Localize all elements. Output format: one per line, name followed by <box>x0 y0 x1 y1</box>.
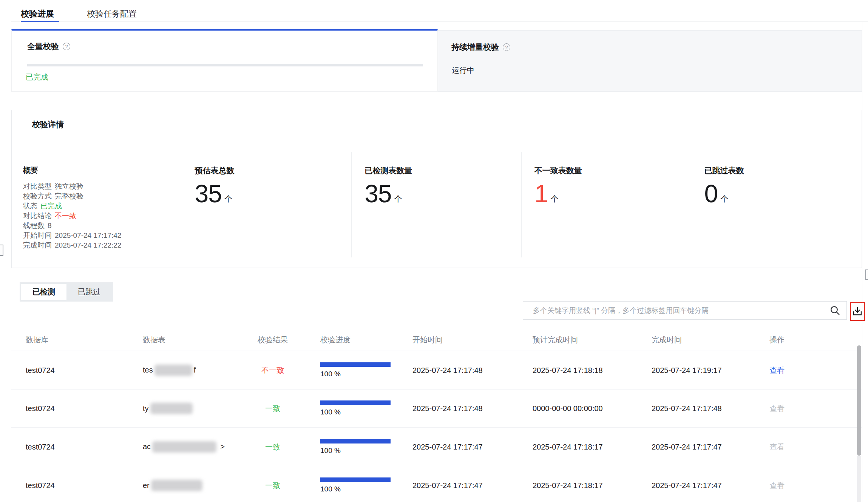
start-time: 2025-07-24 17:17:47 <box>412 442 483 451</box>
eta-time: 2025-07-24 17:18:17 <box>533 481 603 490</box>
col-header-actions: 操作 <box>769 335 785 345</box>
check-detail-card: 校验详情 概要 对比类型独立校验 校验方式完整校验 状态已完成 对比结论不一致 … <box>11 110 862 268</box>
detail-divider <box>29 145 853 145</box>
start-time: 2025-07-24 17:17:47 <box>412 481 483 490</box>
result-filter-segmented: 已检测 已跳过 <box>20 282 113 302</box>
view-link[interactable]: 查看 <box>769 480 785 491</box>
eta-time: 2025-07-24 17:18:17 <box>533 442 603 451</box>
stat-unit: 个 <box>224 194 232 206</box>
table-header-row: 数据库 数据表 校验结果 校验进度 开始时间 预计完成时间 完成时间 操作 <box>11 327 862 351</box>
summary-line: 对比类型独立校验 <box>23 182 182 191</box>
result-badge: 一致 <box>246 403 299 414</box>
full-check-progress-bar <box>27 64 423 66</box>
progress-bar <box>320 439 391 443</box>
result-badge: 一致 <box>246 442 299 452</box>
summary-line: 校验方式完整校验 <box>23 191 182 201</box>
full-check-title: 全量校验 <box>27 41 59 52</box>
download-icon <box>852 306 863 317</box>
content-right-border <box>862 22 862 502</box>
table-row: test0724 ty 一致 100 % 2025-07-24 17:17:48… <box>11 390 862 428</box>
stat-estimated-tables: 预估表总数 35个 <box>182 152 352 257</box>
stat-value: 1 <box>534 181 548 206</box>
redacted-table-name <box>150 403 193 414</box>
view-link[interactable]: 查看 <box>769 365 785 375</box>
eta-time: 2025-07-24 17:18:18 <box>533 366 603 374</box>
summary-line: 完成时间2025-07-24 17:22:22 <box>23 240 182 250</box>
table-name: ty <box>143 403 194 414</box>
active-tab-underline <box>21 21 59 22</box>
stat-checked-tables: 已检测表数量 35个 <box>351 152 521 257</box>
stat-value: 35 <box>364 181 391 206</box>
download-button[interactable] <box>850 302 865 321</box>
progress-bar <box>320 362 391 367</box>
search-icon[interactable] <box>829 305 841 316</box>
search-box <box>523 301 847 320</box>
col-header-eta: 预计完成时间 <box>533 335 578 345</box>
stat-inconsistent-tables: 不一致表数量 1个 <box>521 152 691 257</box>
scrollbar-thumb[interactable] <box>857 345 861 456</box>
table-name: er <box>143 480 204 491</box>
help-icon[interactable]: ? <box>503 43 510 51</box>
col-header-start-time: 开始时间 <box>412 335 443 345</box>
table-name: tes f <box>143 365 196 376</box>
finish-time: 2025-07-24 17:19:17 <box>652 366 722 374</box>
summary-line: 开始时间2025-07-24 17:17:42 <box>23 231 182 240</box>
col-header-database: 数据库 <box>26 335 48 345</box>
db-name: test0724 <box>26 366 55 374</box>
result-badge: 不一致 <box>246 365 299 375</box>
redacted-table-name <box>152 441 216 453</box>
view-link[interactable]: 查看 <box>769 403 785 414</box>
finish-time: 2025-07-24 17:17:47 <box>652 481 722 490</box>
progress-cell: 100 % <box>320 439 391 455</box>
redacted-table-name <box>154 365 192 376</box>
full-check-card: 全量校验 ? 已完成 <box>11 29 438 92</box>
incremental-check-title: 持续增量校验 <box>451 42 499 52</box>
check-detail-title: 校验详情 <box>32 119 64 130</box>
help-icon[interactable]: ? <box>63 43 70 50</box>
redacted-table-name <box>151 480 202 491</box>
expand-chevron-icon[interactable]: > <box>220 442 225 451</box>
tab-check-task-config[interactable]: 校验任务配置 <box>87 8 137 20</box>
table-row: test0724 tes f 不一致 100 % 2025-07-24 17:1… <box>11 351 862 390</box>
progress-cell: 100 % <box>320 400 391 416</box>
stat-value: 35 <box>195 181 222 206</box>
start-time: 2025-07-24 17:17:48 <box>412 404 483 413</box>
stat-unit: 个 <box>720 194 728 206</box>
summary-line: 状态已完成 <box>23 201 182 211</box>
col-header-finish-time: 完成时间 <box>652 335 682 345</box>
progress-cell: 100 % <box>320 362 391 378</box>
eta-time: 0000-00-00 00:00:00 <box>533 404 603 413</box>
progress-cell: 100 % <box>320 477 391 493</box>
results-table: 数据库 数据表 校验结果 校验进度 开始时间 预计完成时间 完成时间 操作 te… <box>11 327 862 502</box>
summary-title: 概要 <box>23 165 182 176</box>
db-name: test0724 <box>26 481 55 490</box>
finish-time: 2025-07-24 17:17:48 <box>652 404 722 413</box>
table-row: test0724 er 一致 100 % 2025-07-24 17:17:47… <box>11 466 862 502</box>
incremental-check-status: 运行中 <box>452 65 474 75</box>
table-row: test0724 ac > 一致 100 % 2025-07-24 17:17:… <box>11 428 862 466</box>
db-name: test0724 <box>26 404 55 413</box>
progress-bar <box>320 400 391 405</box>
stat-unit: 个 <box>394 194 402 206</box>
view-link[interactable]: 查看 <box>769 442 785 452</box>
col-header-result: 校验结果 <box>246 335 299 345</box>
left-edge-clipped-widget[interactable] <box>0 245 3 256</box>
segment-checked[interactable]: 已检测 <box>21 284 66 300</box>
tab-check-progress[interactable]: 校验进展 <box>21 8 54 20</box>
scrollbar-track[interactable] <box>857 456 861 502</box>
stat-value: 0 <box>704 181 718 206</box>
search-input[interactable] <box>523 301 847 320</box>
progress-bar <box>320 477 391 482</box>
db-name: test0724 <box>26 442 55 451</box>
stat-unit: 个 <box>551 194 559 206</box>
incremental-check-card: 持续增量校验 ? 运行中 <box>438 30 862 92</box>
finish-time: 2025-07-24 17:17:47 <box>652 442 722 451</box>
start-time: 2025-07-24 17:17:48 <box>412 366 483 374</box>
table-name: ac > <box>143 441 225 453</box>
col-header-table: 数据表 <box>143 335 165 345</box>
segment-skipped[interactable]: 已跳过 <box>66 284 112 300</box>
tabbar-divider <box>11 22 868 22</box>
right-edge-clipped-widget[interactable] <box>865 269 868 280</box>
summary-line: 对比结论不一致 <box>23 211 182 221</box>
summary-column: 概要 对比类型独立校验 校验方式完整校验 状态已完成 对比结论不一致 线程数8 … <box>12 152 182 257</box>
